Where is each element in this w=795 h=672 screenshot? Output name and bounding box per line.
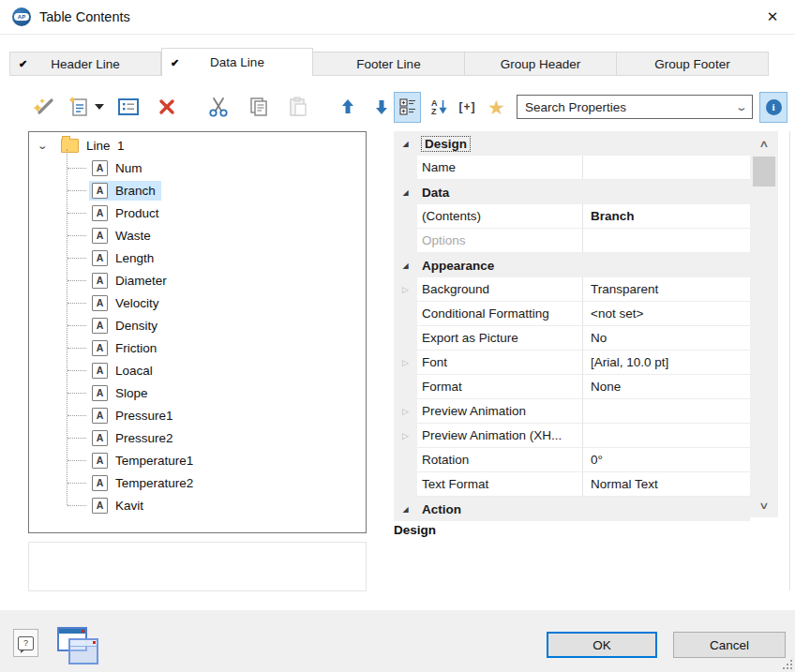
search-properties-combobox[interactable]: Search Properties ⌄ bbox=[517, 95, 753, 119]
scrollbar-thumb[interactable] bbox=[753, 157, 775, 187]
row-expand-icon[interactable]: ▷ bbox=[394, 424, 417, 448]
property-row-preview-animation[interactable]: ▷Preview Animation bbox=[394, 399, 750, 424]
category-expanded-icon[interactable]: ◢ bbox=[394, 497, 417, 521]
combo-chevron-down-icon[interactable]: ⌄ bbox=[727, 101, 758, 113]
alphabetical-sort-button[interactable]: A Z bbox=[425, 92, 452, 123]
tree-item-label: Temperature1 bbox=[115, 454, 193, 468]
tree-item-velocity[interactable]: AVelocity bbox=[29, 291, 366, 314]
tree-item-temperature2[interactable]: ATemperature2 bbox=[29, 471, 366, 494]
property-row-preview-animation-xh-[interactable]: ▷Preview Animation (XH... bbox=[394, 424, 750, 448]
scroll-down-icon[interactable]: ∨ bbox=[744, 493, 784, 517]
ok-button[interactable]: OK bbox=[547, 632, 657, 658]
tree-item-temperature1[interactable]: ATemperature1 bbox=[29, 449, 366, 471]
search-properties-text[interactable]: Search Properties bbox=[518, 100, 731, 114]
property-value[interactable] bbox=[582, 424, 750, 448]
tree-item-slope[interactable]: ASlope bbox=[29, 381, 366, 404]
tab-data-line[interactable]: ✔Data Line bbox=[161, 48, 313, 76]
cancel-button[interactable]: Cancel bbox=[673, 632, 786, 658]
property-name: Export as Picture bbox=[417, 326, 582, 351]
properties-toolbar: A Z [+] ★ Search Properties ⌄ i bbox=[394, 90, 788, 124]
row-expand-icon[interactable]: ▷ bbox=[394, 351, 417, 375]
tree-item-length[interactable]: ALength bbox=[29, 246, 366, 269]
tree-item-num[interactable]: ANum bbox=[29, 157, 366, 179]
tree-item-waste[interactable]: AWaste bbox=[29, 224, 366, 246]
tab-header-line[interactable]: ✔Header Line bbox=[9, 52, 161, 76]
text-field-icon: A bbox=[92, 183, 108, 199]
tree-item-pressure2[interactable]: APressure2 bbox=[29, 426, 366, 449]
property-row-format[interactable]: FormatNone bbox=[394, 375, 750, 399]
tree-item-pressure1[interactable]: APressure1 bbox=[29, 404, 366, 426]
row-expand-icon[interactable]: ▷ bbox=[394, 399, 417, 424]
tab-check-icon: ✔ bbox=[171, 56, 179, 68]
category-expanded-icon[interactable]: ◢ bbox=[394, 180, 417, 204]
property-row-rotation[interactable]: Rotation0° bbox=[394, 448, 750, 472]
tree-item-loacal[interactable]: ALoacal bbox=[29, 359, 366, 381]
component-form-icon[interactable] bbox=[114, 93, 142, 121]
help-button[interactable]: ? bbox=[13, 629, 38, 657]
property-row--contents-[interactable]: (Contents)Branch bbox=[394, 204, 750, 229]
tree-root-label[interactable]: Line 1 bbox=[86, 139, 125, 153]
columns-tree[interactable]: ⌄ Line 1 ANumABranchAProductAWasteALengt… bbox=[28, 131, 367, 533]
expand-all-button[interactable]: [+] bbox=[454, 92, 481, 123]
tree-item-kavit[interactable]: AKavit bbox=[29, 494, 366, 516]
tree-root[interactable]: ⌄ Line 1 bbox=[29, 134, 366, 157]
copy-icon[interactable] bbox=[245, 93, 273, 121]
tab-label: Group Footer bbox=[654, 57, 729, 71]
property-grid-scrollbar[interactable]: ∧ ∨ bbox=[750, 131, 778, 517]
favorites-star-button[interactable]: ★ bbox=[483, 92, 510, 123]
tree-item-diameter[interactable]: ADiameter bbox=[29, 269, 366, 291]
property-value[interactable] bbox=[582, 156, 750, 180]
scroll-up-icon[interactable]: ∧ bbox=[744, 131, 784, 156]
property-value[interactable]: Normal Text bbox=[582, 472, 750, 497]
property-value[interactable] bbox=[582, 399, 750, 424]
wizard-wand-icon[interactable] bbox=[28, 93, 60, 121]
tree-item-branch[interactable]: ABranch bbox=[29, 179, 366, 202]
category-expanded-icon[interactable]: ◢ bbox=[394, 253, 417, 277]
tab-group-header[interactable]: Group Header bbox=[465, 52, 617, 76]
tree-item-density[interactable]: ADensity bbox=[29, 314, 366, 336]
property-row-name[interactable]: Name bbox=[394, 156, 750, 180]
row-expander-spacer bbox=[394, 448, 417, 472]
new-component-dropdown-icon[interactable] bbox=[95, 104, 104, 110]
move-down-icon[interactable] bbox=[368, 93, 395, 121]
tree-item-product[interactable]: AProduct bbox=[29, 202, 366, 224]
property-value[interactable]: Transparent bbox=[582, 277, 750, 302]
property-grid[interactable]: ◢DesignName◢Data(Contents)BranchOptions◢… bbox=[394, 131, 750, 521]
property-row-options[interactable]: Options bbox=[394, 229, 750, 253]
property-category-data[interactable]: ◢Data bbox=[394, 180, 750, 204]
property-row-text-format[interactable]: Text FormatNormal Text bbox=[394, 472, 750, 497]
categorized-view-button[interactable] bbox=[394, 92, 421, 123]
property-category-design[interactable]: ◢Design bbox=[394, 131, 750, 156]
text-field-icon: A bbox=[92, 453, 108, 469]
property-value[interactable] bbox=[582, 229, 750, 253]
info-icon: i bbox=[766, 99, 782, 115]
property-value[interactable]: 0° bbox=[582, 448, 750, 472]
property-info-button[interactable]: i bbox=[759, 92, 788, 123]
close-icon[interactable]: ✕ bbox=[762, 7, 783, 27]
property-category-appearance[interactable]: ◢Appearance bbox=[394, 253, 750, 277]
property-row-conditional-formatting[interactable]: Conditional Formatting<not set> bbox=[394, 302, 750, 326]
move-up-icon[interactable] bbox=[335, 93, 361, 121]
row-expander-spacer bbox=[394, 375, 417, 399]
new-component-button[interactable] bbox=[68, 93, 104, 121]
tab-footer-line[interactable]: Footer Line bbox=[313, 52, 465, 76]
property-row-export-as-picture[interactable]: Export as PictureNo bbox=[394, 326, 750, 351]
property-value[interactable]: Branch bbox=[582, 204, 750, 229]
cut-icon[interactable] bbox=[203, 93, 233, 121]
resize-grip[interactable] bbox=[783, 660, 792, 669]
row-expand-icon[interactable]: ▷ bbox=[394, 277, 417, 302]
property-row-font[interactable]: ▷Font[Arial, 10.0 pt] bbox=[394, 351, 750, 375]
property-row-background[interactable]: ▷BackgroundTransparent bbox=[394, 277, 750, 302]
property-value[interactable]: [Arial, 10.0 pt] bbox=[582, 351, 750, 375]
collapse-chevron-icon[interactable]: ⌄ bbox=[37, 140, 52, 152]
tree-item-friction[interactable]: AFriction bbox=[29, 336, 366, 359]
property-category-action[interactable]: ◢Action bbox=[394, 497, 750, 521]
property-value[interactable]: <not set> bbox=[582, 302, 750, 326]
property-value[interactable]: No bbox=[582, 326, 750, 351]
property-value[interactable]: None bbox=[582, 375, 750, 399]
text-field-icon: A bbox=[92, 160, 108, 176]
windows-preview-icon[interactable] bbox=[50, 623, 91, 665]
category-expanded-icon[interactable]: ◢ bbox=[394, 131, 417, 156]
tab-group-footer[interactable]: Group Footer bbox=[617, 52, 769, 76]
delete-icon[interactable] bbox=[153, 93, 181, 121]
